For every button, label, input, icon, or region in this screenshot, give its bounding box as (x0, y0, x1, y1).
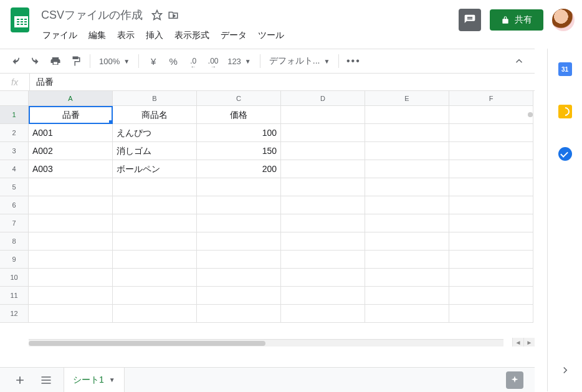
cell[interactable] (113, 287, 197, 305)
row-header[interactable]: 10 (0, 269, 29, 287)
redo-button[interactable] (26, 52, 45, 70)
cell[interactable] (29, 214, 113, 232)
row-header[interactable]: 2 (0, 124, 29, 142)
paint-format-button[interactable] (66, 52, 85, 70)
cell[interactable] (197, 287, 281, 305)
cell[interactable] (281, 124, 365, 142)
cell[interactable] (29, 232, 113, 251)
cell[interactable] (281, 251, 365, 269)
share-button[interactable]: 共有 (490, 9, 543, 31)
cell[interactable] (197, 269, 281, 287)
cell[interactable] (365, 305, 449, 323)
cell[interactable] (449, 269, 533, 287)
cell[interactable] (281, 106, 365, 124)
vertical-scrollbar[interactable] (526, 112, 535, 237)
cell[interactable] (197, 305, 281, 323)
star-icon[interactable] (151, 9, 163, 21)
row-header[interactable]: 9 (0, 251, 29, 269)
cell[interactable]: ボールペン (113, 160, 197, 178)
cell[interactable]: 価格 (197, 106, 281, 124)
cell[interactable]: A001 (29, 124, 113, 142)
cell[interactable]: えんぴつ (113, 124, 197, 142)
side-panel-toggle[interactable] (556, 361, 574, 379)
cell[interactable] (281, 160, 365, 178)
menu-0[interactable]: ファイル (37, 27, 82, 44)
column-header[interactable]: D (281, 91, 365, 106)
sheet-tab[interactable]: シート1 ▼ (64, 367, 125, 392)
select-all-corner[interactable] (0, 91, 29, 106)
cell[interactable] (197, 214, 281, 232)
cell[interactable] (197, 178, 281, 196)
column-header[interactable]: E (365, 91, 449, 106)
menu-3[interactable]: 挿入 (141, 27, 168, 44)
cell[interactable] (281, 214, 365, 232)
cell[interactable] (449, 178, 533, 196)
cell[interactable] (365, 124, 449, 142)
cell[interactable] (113, 269, 197, 287)
cell[interactable] (29, 287, 113, 305)
cell[interactable] (281, 178, 365, 196)
cell[interactable] (29, 251, 113, 269)
cell[interactable] (281, 305, 365, 323)
row-header[interactable]: 11 (0, 287, 29, 305)
cell[interactable] (449, 251, 533, 269)
cell[interactable] (365, 232, 449, 251)
undo-button[interactable] (6, 52, 25, 70)
keep-icon[interactable] (558, 105, 572, 118)
percent-button[interactable]: % (164, 52, 183, 70)
cell[interactable] (113, 196, 197, 214)
move-icon[interactable] (168, 9, 179, 21)
scroll-right-button[interactable]: ► (523, 338, 535, 347)
row-header[interactable]: 5 (0, 178, 29, 196)
menu-6[interactable]: ツール (253, 27, 289, 44)
more-toolbar-button[interactable]: ••• (344, 52, 363, 70)
scroll-left-button[interactable]: ◄ (512, 338, 523, 347)
cell[interactable] (113, 232, 197, 251)
cell[interactable] (365, 106, 449, 124)
menu-1[interactable]: 編集 (83, 27, 111, 44)
cell[interactable]: 150 (197, 142, 281, 160)
fx-icon[interactable]: fx (0, 74, 30, 90)
formula-input[interactable]: 品番 (30, 77, 535, 88)
cell[interactable] (365, 251, 449, 269)
comments-button[interactable] (459, 9, 481, 31)
font-select[interactable]: デフォルト...▼ (265, 55, 334, 67)
row-header[interactable]: 6 (0, 196, 29, 214)
cell[interactable] (281, 287, 365, 305)
print-button[interactable] (46, 52, 65, 70)
cell[interactable]: 100 (197, 124, 281, 142)
row-header[interactable]: 1 (0, 106, 29, 124)
cell[interactable] (449, 106, 533, 124)
cell[interactable] (281, 196, 365, 214)
cell[interactable]: 品番 (29, 106, 113, 124)
add-sheet-button[interactable] (11, 371, 29, 389)
menu-4[interactable]: 表示形式 (169, 27, 214, 44)
cell[interactable] (197, 251, 281, 269)
cell[interactable] (29, 305, 113, 323)
cell[interactable]: 消しゴム (113, 142, 197, 160)
cell[interactable] (113, 178, 197, 196)
collapse-toolbar-button[interactable] (510, 52, 528, 70)
row-header[interactable]: 12 (0, 305, 29, 323)
cell[interactable] (29, 196, 113, 214)
cell[interactable] (449, 214, 533, 232)
column-header[interactable]: A (29, 91, 113, 106)
cell[interactable] (113, 305, 197, 323)
cell[interactable] (197, 196, 281, 214)
cell[interactable] (365, 214, 449, 232)
column-header[interactable]: C (197, 91, 281, 106)
cell[interactable] (449, 196, 533, 214)
increase-decimal-button[interactable]: .00→ (204, 52, 222, 70)
column-header[interactable]: B (113, 91, 197, 106)
cell[interactable] (365, 196, 449, 214)
cell[interactable] (449, 232, 533, 251)
cell[interactable]: 商品名 (113, 106, 197, 124)
cell[interactable] (449, 287, 533, 305)
calendar-icon[interactable]: 31 (558, 62, 572, 76)
cell[interactable] (281, 142, 365, 160)
menu-5[interactable]: データ (216, 27, 252, 44)
menu-2[interactable]: 表示 (112, 27, 140, 44)
cell[interactable] (449, 160, 533, 178)
cell[interactable] (365, 287, 449, 305)
cell[interactable] (365, 142, 449, 160)
